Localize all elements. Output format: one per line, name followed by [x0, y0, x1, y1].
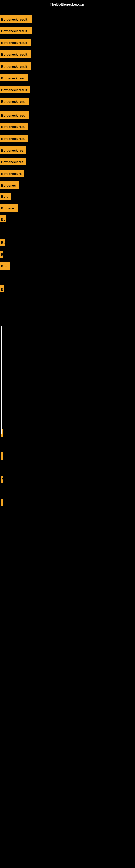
- bottleneck-result-label-9: Bottleneck resu: [0, 111, 29, 119]
- bottleneck-result-label-14: Bottleneck re: [0, 170, 24, 177]
- bottleneck-result-label-18: Bo: [0, 215, 6, 222]
- bottleneck-result-label-12: Bottleneck res: [0, 147, 27, 154]
- bottleneck-result-label-13: Bottleneck res: [0, 158, 26, 165]
- bottleneck-result-label-8: Bottleneck resu: [0, 98, 29, 105]
- bottleneck-result-label-25: R: [1, 476, 3, 483]
- bottleneck-result-label-7: Bottleneck result: [0, 86, 30, 93]
- bottleneck-result-label-17: Bottlene: [0, 204, 17, 212]
- bottleneck-result-label-20: B: [0, 251, 3, 258]
- bottleneck-result-label-24: |: [1, 453, 3, 460]
- bottleneck-result-label-16: Bott: [0, 193, 11, 199]
- bottleneck-result-label-6: Bottleneck resu: [0, 74, 28, 82]
- bottleneck-result-label-19: Bo: [0, 239, 5, 246]
- bottleneck-result-label-15: Bottlenec: [0, 181, 19, 189]
- bottleneck-result-label-10: Bottleneck resu: [0, 123, 28, 130]
- bottleneck-result-label-3: Bottleneck result: [0, 38, 31, 46]
- vertical-line-1: [1, 326, 2, 434]
- bottleneck-result-label-2: Bottleneck result: [0, 27, 32, 34]
- bottleneck-result-label-1: Bottleneck result: [0, 15, 32, 23]
- bottleneck-result-label-11: Bottleneck resu: [0, 134, 28, 142]
- bottleneck-result-label-21: Bott: [0, 262, 10, 270]
- bottleneck-result-label-4: Bottleneck result: [0, 51, 31, 58]
- bottleneck-result-label-22: B: [0, 285, 4, 292]
- bottleneck-result-label-5: Bottleneck result: [0, 62, 31, 70]
- site-title: TheBottlenecker.com: [0, 2, 135, 6]
- bottleneck-result-label-26: R: [1, 499, 3, 506]
